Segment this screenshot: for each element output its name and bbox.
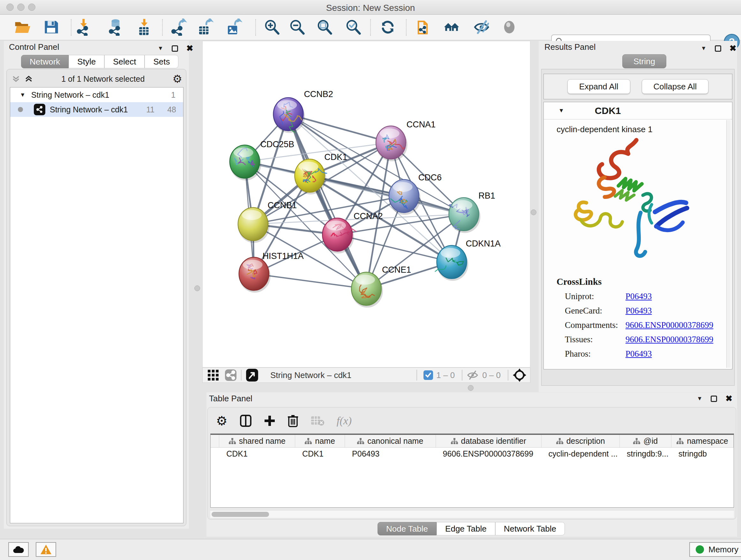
hidden-eye-icon: [466, 370, 479, 381]
edge-CCNB2-CCNE1[interactable]: [288, 114, 366, 289]
column-header-name[interactable]: name: [295, 435, 345, 447]
edge-HIST1H1A-CCNE1[interactable]: [254, 274, 366, 289]
table-row[interactable]: CDK1CDK1P064939606.ENSP00000378699cyclin…: [211, 448, 734, 460]
show-details-button[interactable]: [500, 18, 519, 37]
cell-namespace[interactable]: stringdb: [671, 449, 734, 458]
selected-checkbox-icon[interactable]: [423, 370, 433, 380]
bottom-splitter-handle[interactable]: [468, 385, 474, 391]
tab-style[interactable]: Style: [69, 55, 105, 68]
open-session-button[interactable]: [13, 18, 31, 37]
string-import-button[interactable]: [415, 18, 433, 37]
delete-table-icon: [311, 415, 325, 427]
panel-float-icon[interactable]: [711, 395, 717, 402]
tab-network-table[interactable]: Network Table: [495, 522, 565, 536]
cell-database-identifier[interactable]: 9606.ENSP00000378699: [435, 449, 541, 458]
network-view-icon[interactable]: [224, 369, 237, 381]
control-panel-title: Control Panel: [9, 42, 59, 52]
tab-edge-table[interactable]: Edge Table: [436, 522, 495, 536]
column-header-database-identifier[interactable]: database identifier: [436, 435, 542, 447]
crosslink-row: GeneCard:P06493: [556, 306, 713, 316]
panel-menu-icon[interactable]: ▼: [701, 45, 706, 52]
import-table-button[interactable]: [135, 18, 153, 37]
panel-close-icon[interactable]: ✖: [186, 44, 193, 53]
column-header-shared-name[interactable]: shared name: [219, 435, 295, 447]
crosslink-value-link[interactable]: P06493: [625, 306, 652, 316]
table-gear-icon[interactable]: ⚙: [216, 414, 227, 428]
entry-header[interactable]: ▼ CDK1: [544, 102, 732, 119]
network-row[interactable]: String Network – cdk1 11 48: [10, 102, 183, 117]
column-header-canonical-name[interactable]: canonical name: [345, 435, 436, 447]
delete-column-icon[interactable]: [287, 415, 298, 427]
cloud-status-button[interactable]: [8, 542, 29, 557]
crosslink-value-link[interactable]: 9606.ENSP00000378699: [625, 334, 713, 345]
entry-expander-icon[interactable]: ▼: [558, 107, 564, 114]
expander-icon[interactable]: ▼: [20, 91, 25, 98]
title-bar: Session: New Session: [0, 0, 741, 15]
cell-@id[interactable]: stringdb:9...: [620, 449, 671, 458]
panel-float-icon[interactable]: [172, 45, 178, 52]
crosslink-value-link[interactable]: P06493: [625, 349, 652, 359]
cell-canonical-name[interactable]: P06493: [345, 449, 435, 458]
network-collection-row[interactable]: ▼ String Network – cdk1 1: [10, 87, 183, 102]
tab-node-table[interactable]: Node Table: [378, 522, 436, 536]
node-table[interactable]: shared namenamecanonical namedatabase id…: [210, 434, 734, 508]
export-network-button[interactable]: [170, 18, 188, 37]
string-results-body: Expand All Collapse All ▼ CDK1 cyclin-de…: [541, 69, 735, 386]
left-splitter-handle[interactable]: [194, 286, 200, 291]
zoom-selected-button[interactable]: [344, 18, 362, 37]
node-entry-card: ▼ CDK1 cyclin-dependent kinase 1 CrossLi…: [543, 102, 732, 369]
show-columns-icon[interactable]: [240, 415, 252, 427]
warnings-button[interactable]: [36, 542, 56, 557]
export-image-icon: [225, 18, 242, 36]
table-hscrollbar-thumb[interactable]: [212, 512, 269, 517]
cell-name[interactable]: CDK1: [295, 449, 345, 458]
network-canvas[interactable]: CCNB2CCNA1CDC25BCDK1CDC6RB1CCNB1CCNA2CDK…: [202, 41, 530, 368]
manual-layout-icon[interactable]: [512, 368, 527, 382]
column-header-description[interactable]: description: [542, 435, 620, 447]
save-session-button[interactable]: [42, 18, 60, 37]
import-network-file-button[interactable]: [75, 18, 93, 37]
memory-button[interactable]: Memory: [689, 542, 741, 557]
column-header-namespace[interactable]: namespace: [671, 435, 734, 447]
node-label-CCNA2: CCNA2: [354, 211, 383, 221]
node-table-container: ⚙ f(x): [207, 407, 736, 519]
panel-menu-icon[interactable]: ▼: [158, 45, 163, 52]
panel-close-icon[interactable]: ✖: [730, 44, 737, 53]
table-hscrollbar[interactable]: [210, 510, 734, 518]
zoom-fit-button[interactable]: [315, 18, 334, 37]
collapse-all-icon[interactable]: [11, 74, 21, 84]
entry-scrollbar[interactable]: [726, 120, 731, 368]
node-label-CDKN1A: CDKN1A: [466, 239, 500, 248]
export-image-button[interactable]: [224, 18, 243, 37]
hide-glass-button[interactable]: [472, 18, 491, 37]
import-network-database-button[interactable]: [106, 18, 125, 37]
namespace-icon: [229, 438, 236, 445]
zoom-out-button[interactable]: [288, 18, 307, 37]
crosslink-value-link[interactable]: P06493: [625, 292, 652, 301]
namespace-icon: [357, 438, 364, 445]
cell-description[interactable]: cyclin-dependent ...: [542, 449, 620, 458]
tab-string[interactable]: String: [622, 54, 666, 68]
expand-all-icon[interactable]: [24, 74, 33, 84]
view-dot-icon: [18, 107, 23, 112]
grid-view-icon[interactable]: [207, 369, 219, 381]
right-splitter-handle[interactable]: [531, 209, 536, 215]
add-column-icon[interactable]: [264, 415, 275, 427]
crosslink-value-link[interactable]: 9606.ENSP00000378699: [625, 320, 713, 330]
tab-select[interactable]: Select: [105, 55, 145, 68]
export-table-button[interactable]: [196, 18, 214, 37]
panel-menu-icon[interactable]: ▼: [697, 395, 702, 402]
panel-float-icon[interactable]: [715, 45, 721, 52]
tab-network[interactable]: Network: [21, 55, 69, 68]
apply-layout-button[interactable]: [379, 18, 397, 37]
expand-all-button[interactable]: Expand All: [567, 79, 630, 94]
birds-eye-icon[interactable]: [246, 368, 259, 382]
panel-close-icon[interactable]: ✖: [725, 394, 732, 403]
cell-shared-name[interactable]: CDK1: [219, 449, 295, 458]
gear-icon[interactable]: ⚙: [173, 72, 182, 85]
string-home-button[interactable]: [442, 18, 461, 37]
column-header-@id[interactable]: @id: [620, 435, 671, 447]
collapse-all-button[interactable]: Collapse All: [642, 79, 709, 94]
tab-sets[interactable]: Sets: [145, 55, 179, 68]
zoom-in-button[interactable]: [263, 18, 281, 37]
